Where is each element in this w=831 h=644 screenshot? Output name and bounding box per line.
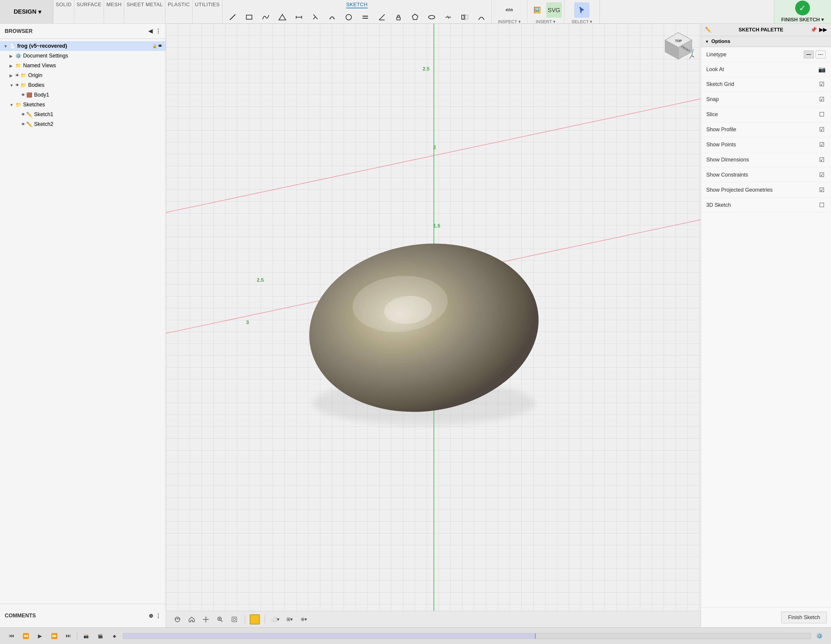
zoom-icon[interactable] <box>215 614 226 625</box>
comments-add-icon[interactable]: ⊕ <box>149 612 153 619</box>
show-constraints-checkbox[interactable]: ☑ <box>818 171 826 179</box>
slice-checkbox[interactable]: ☐ <box>818 110 826 118</box>
view-cube[interactable]: TOP FRONT <box>662 30 695 62</box>
inspect-label[interactable]: INSPECT ▾ <box>498 19 521 24</box>
display-mode-indicator[interactable] <box>250 614 260 625</box>
linetype-dashed-btn[interactable] <box>816 51 826 58</box>
show-points-checkbox[interactable]: ☑ <box>818 141 826 148</box>
tab-mesh[interactable]: MESH <box>104 0 124 24</box>
tab-sheet-metal[interactable]: SHEET METAL <box>124 0 165 24</box>
design-button[interactable]: DESIGN ▾ <box>0 0 53 24</box>
show-projected-checkbox[interactable]: ☑ <box>818 186 826 194</box>
linetype-solid-btn[interactable] <box>804 51 814 58</box>
line-tool[interactable] <box>225 10 240 24</box>
canvas-area[interactable]: 2.5 2 1.5 2.5 3 <box>166 24 700 627</box>
show-profile-row[interactable]: Show Profile ☑ <box>701 122 831 137</box>
sketches-expand-icon[interactable]: ▼ <box>10 102 15 107</box>
show-projected-row[interactable]: Show Projected Geometries ☑ <box>701 183 831 197</box>
timeline-icon[interactable]: 📸 <box>80 630 92 642</box>
tab-sketch[interactable]: SKETCH <box>223 0 492 24</box>
tab-surface[interactable]: SURFACE <box>74 0 104 24</box>
play-beginning-icon[interactable]: ⏮ <box>6 630 17 642</box>
mirror-tool[interactable] <box>457 10 473 24</box>
tree-item-sketches[interactable]: ▼ 📁 Sketches <box>0 100 166 110</box>
options-section-header[interactable]: ▼ Options <box>701 36 831 47</box>
tree-item-bodies[interactable]: ▼ 👁 📁 Bodies <box>0 80 166 90</box>
play-icon[interactable]: ▶ <box>34 630 46 642</box>
zoom-fit-icon[interactable] <box>229 614 240 625</box>
grid-settings-icon[interactable]: ⊞▾ <box>284 614 295 625</box>
tree-item-sketch1[interactable]: 👁 ✏️ Sketch1 <box>0 110 166 119</box>
palette-expand-icon[interactable]: ▶▶ <box>819 27 827 33</box>
palette-finish-sketch-button[interactable]: Finish Sketch <box>781 612 827 623</box>
spline-tool[interactable] <box>258 10 274 24</box>
palette-pin-icon[interactable]: 📌 <box>810 27 817 33</box>
body1-eye-icon[interactable]: 👁 <box>21 93 25 97</box>
tab-insert[interactable]: 🖼️ SVG INSERT ▾ <box>527 0 564 24</box>
tree-item-sketch2[interactable]: 👁 ✏️ Sketch2 <box>0 119 166 129</box>
3d-sketch-checkbox[interactable]: ☐ <box>818 201 826 209</box>
sketch-grid-checkbox[interactable]: ☑ <box>818 80 826 88</box>
triangle-tool[interactable] <box>275 10 290 24</box>
break-tool[interactable] <box>441 10 456 24</box>
comments-menu-icon[interactable]: ⋮ <box>156 612 161 619</box>
select-tool[interactable] <box>574 2 589 18</box>
display-settings-icon[interactable]: ⬜▾ <box>270 614 281 625</box>
bodies-expand-icon[interactable]: ▼ <box>10 83 15 88</box>
show-points-row[interactable]: Show Points ☑ <box>701 137 831 152</box>
polygon-tool[interactable] <box>408 10 423 24</box>
circle-tool[interactable] <box>341 10 357 24</box>
bodies-eye-icon[interactable]: 👁 <box>15 83 19 87</box>
insert-svg-tool[interactable]: SVG <box>546 2 562 18</box>
equals-tool[interactable] <box>358 10 373 24</box>
tab-select[interactable]: SELECT ▾ <box>564 0 600 24</box>
doc-settings-expand-icon[interactable]: ▶ <box>10 54 15 58</box>
snap-checkbox[interactable]: ☑ <box>818 95 826 103</box>
show-profile-checkbox[interactable]: ☑ <box>818 126 826 133</box>
select-label[interactable]: SELECT ▾ <box>572 19 592 24</box>
orbit-icon[interactable] <box>172 614 183 625</box>
tab-inspect[interactable]: INSPECT ▾ <box>492 0 527 24</box>
lock-tool[interactable] <box>391 10 406 24</box>
tree-item-root[interactable]: ▼ 📄 frog (v5~recovered) 🔒 👁 <box>0 41 166 51</box>
snap-row[interactable]: Snap ☑ <box>701 92 831 107</box>
ellipse-tool[interactable] <box>424 10 439 24</box>
3d-sketch-row[interactable]: 3D Sketch ☐ <box>701 197 831 213</box>
play-end-icon[interactable]: ⏭ <box>63 630 74 642</box>
sketch-grid-row[interactable]: Sketch Grid ☑ <box>701 77 831 92</box>
show-dimensions-row[interactable]: Show Dimensions ☑ <box>701 152 831 167</box>
origin-expand-icon[interactable]: ▶ <box>10 73 15 78</box>
insert-canvas-tool[interactable]: 🖼️ <box>530 2 545 18</box>
tab-utilities[interactable]: UTILITIES <box>193 0 223 24</box>
show-dimensions-checkbox[interactable]: ☑ <box>818 156 826 164</box>
root-expand-icon[interactable]: ▼ <box>3 44 10 49</box>
tab-solid[interactable]: SOLID <box>53 0 74 24</box>
sketch1-eye-icon[interactable]: 👁 <box>21 112 25 117</box>
slice-row[interactable]: Slice ☐ <box>701 107 831 122</box>
tab-plastic[interactable]: PLASTIC <box>165 0 192 24</box>
capture-icon[interactable]: 🎬 <box>94 630 106 642</box>
root-visibility-icon[interactable]: 👁 <box>158 44 162 48</box>
tree-item-body1[interactable]: 👁 🟫 Body1 <box>0 90 166 100</box>
show-constraints-row[interactable]: Show Constraints ☑ <box>701 167 831 183</box>
nav-settings-icon[interactable]: ⊕▾ <box>298 614 309 625</box>
play-next-icon[interactable]: ⏩ <box>49 630 60 642</box>
sketch2-eye-icon[interactable]: 👁 <box>21 122 25 127</box>
angle-tool[interactable] <box>374 10 390 24</box>
browser-collapse-icon[interactable]: ◀ <box>148 28 153 34</box>
look-at-camera-icon[interactable]: 📷 <box>818 66 826 73</box>
pan-icon[interactable] <box>200 614 212 625</box>
arc-tool[interactable] <box>474 10 489 24</box>
insert-label[interactable]: INSERT ▾ <box>536 19 556 24</box>
dimension-tool[interactable] <box>291 10 307 24</box>
home-view-icon[interactable] <box>186 614 197 625</box>
finish-sketch-button[interactable]: ✓ FINISH SKETCH ▾ <box>774 0 831 24</box>
offset-tool[interactable] <box>325 10 340 24</box>
settings-icon[interactable]: ⚙️ <box>814 630 825 642</box>
keyframe-icon[interactable]: ◆ <box>109 630 120 642</box>
tree-item-named-views[interactable]: ▶ 📁 Named Views <box>0 61 166 70</box>
named-views-expand-icon[interactable]: ▶ <box>10 64 15 68</box>
play-prev-icon[interactable]: ⏪ <box>20 630 32 642</box>
rectangle-tool[interactable] <box>242 10 257 24</box>
tree-item-doc-settings[interactable]: ▶ ⚙️ Document Settings <box>0 51 166 61</box>
